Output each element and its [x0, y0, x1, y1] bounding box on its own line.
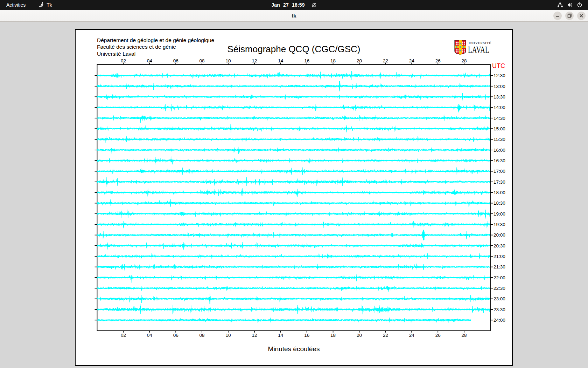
seismogram-trace-row — [97, 221, 490, 229]
x-tick-label-top: 04 — [147, 58, 153, 63]
seismogram-trace-row — [97, 242, 490, 250]
x-tick-label-top: 08 — [200, 58, 205, 63]
seismogram-trace-row — [97, 124, 490, 133]
utc-time-label: 23:30 — [493, 307, 505, 312]
x-tick-label-bottom: 20 — [357, 333, 362, 338]
seismogram-trace-row — [97, 253, 490, 259]
seismogram-trace-row — [97, 177, 490, 187]
x-tick-label-bottom: 24 — [409, 333, 415, 338]
plot-border — [97, 64, 491, 331]
close-icon — [579, 14, 583, 18]
x-tick-label-bottom: 18 — [330, 333, 336, 338]
tk-window-content: 0202040406060808101012121414161618182020… — [0, 22, 588, 368]
seismogram-trace-row — [97, 210, 490, 219]
utc-time-label: 16:00 — [493, 148, 505, 153]
utc-time-label: 18:30 — [493, 200, 505, 206]
x-tick-label-top: 12 — [252, 58, 257, 63]
utc-time-label: 22:00 — [493, 275, 505, 280]
utc-time-label: 18:00 — [493, 190, 505, 195]
seismogram-trace-row — [97, 230, 490, 240]
utc-time-label: 19:00 — [493, 211, 505, 217]
utc-time-label: 20:30 — [493, 243, 505, 248]
utc-time-label: 13:00 — [493, 84, 505, 89]
seismogram-plot: 0202040406060808101012121414161618182020… — [76, 30, 512, 365]
x-tick-label-bottom: 10 — [225, 333, 231, 338]
utc-time-label: 21:00 — [493, 254, 505, 259]
x-tick-label-top: 06 — [173, 58, 178, 63]
utc-time-label: 24:00 — [493, 318, 505, 323]
x-tick-label-top: 28 — [462, 58, 467, 63]
universite-laval-logo: UNIVERSITÉ LAVAL — [454, 39, 500, 57]
utc-time-label: 21:30 — [493, 264, 505, 270]
x-tick-label-top: 18 — [330, 58, 336, 63]
x-tick-label-bottom: 12 — [252, 333, 257, 338]
seismogram-trace-row — [97, 147, 490, 154]
utc-time-label: 20:00 — [493, 232, 505, 238]
x-tick-label-bottom: 22 — [383, 333, 388, 338]
utc-time-label: 17:00 — [493, 169, 505, 174]
utc-time-label: 15:30 — [493, 137, 505, 142]
x-tick-label-bottom: 26 — [435, 333, 441, 338]
address-line-1: Département de géologie et de génie géol… — [97, 37, 214, 43]
gnome-top-bar: Activities Tk Jan 27 18:59 — [0, 0, 588, 10]
utc-time-label: 15:00 — [493, 126, 505, 131]
x-tick-label-top: 26 — [435, 58, 441, 63]
seismogram-trace-row — [97, 156, 490, 165]
seismogram-trace-row — [97, 104, 490, 112]
x-tick-label-bottom: 28 — [462, 333, 467, 338]
seismogram-trace-row — [97, 294, 490, 304]
seismograph-canvas: 0202040406060808101012121414161618182020… — [75, 29, 513, 366]
window-title: tk — [0, 10, 588, 21]
power-icon — [577, 2, 582, 8]
chart-title: Séismographe QCQ (CGC/GSC) — [76, 44, 512, 55]
utc-time-label: 22:30 — [493, 286, 505, 291]
restore-icon — [567, 13, 572, 18]
volume-icon — [567, 2, 573, 8]
window-title-bar[interactable]: tk — [0, 10, 588, 22]
close-button[interactable] — [577, 12, 586, 20]
utc-time-label: 12:30 — [493, 73, 505, 78]
utc-time-label: 14:30 — [493, 116, 505, 121]
x-tick-label-top: 22 — [383, 58, 388, 63]
x-tick-label-top: 20 — [357, 58, 362, 63]
utc-time-label: 17:30 — [493, 179, 505, 185]
utc-axis-label: UTC — [492, 62, 505, 70]
utc-time-label: 13:30 — [493, 94, 505, 100]
seismogram-trace-row — [97, 199, 490, 207]
seismogram-trace-row — [97, 114, 490, 123]
x-tick-label-bottom: 02 — [121, 333, 126, 338]
system-status-area[interactable] — [557, 0, 588, 10]
minimize-icon — [555, 14, 560, 18]
x-tick-label-top: 14 — [278, 58, 284, 63]
seismogram-trace-row — [97, 71, 490, 80]
x-tick-label-top: 16 — [304, 58, 309, 63]
utc-time-label: 19:30 — [493, 222, 505, 227]
x-tick-label-bottom: 06 — [173, 333, 178, 338]
seismogram-trace-row — [97, 136, 490, 143]
seismogram-trace-row — [97, 167, 490, 175]
seismogram-trace-row — [97, 188, 490, 197]
seismogram-trace-row — [97, 274, 490, 282]
x-tick-label-top: 10 — [225, 58, 231, 63]
seismogram-trace-row — [97, 286, 490, 292]
x-tick-label-top: 24 — [409, 58, 415, 63]
seismogram-trace-row — [97, 318, 471, 323]
clock-label[interactable]: Jan 27 18:59 — [271, 2, 305, 8]
seismogram-trace-row — [97, 81, 490, 91]
x-tick-label-top: 02 — [121, 58, 126, 63]
seismogram-trace-row — [97, 93, 490, 101]
utc-time-label: 23:00 — [493, 296, 505, 301]
utc-time-label: 14:00 — [493, 105, 505, 110]
seismogram-trace-row — [97, 264, 490, 270]
restore-button[interactable] — [565, 12, 574, 20]
x-tick-label-bottom: 04 — [147, 333, 153, 338]
x-tick-label-bottom: 08 — [200, 333, 205, 338]
x-tick-label-bottom: 16 — [304, 333, 309, 338]
x-axis-title: Minutes écoulées — [76, 345, 512, 353]
network-wired-icon — [557, 2, 563, 8]
notifications-off-icon — [311, 2, 317, 8]
minimize-button[interactable] — [553, 12, 562, 20]
logo-laval-text: LAVAL — [468, 45, 489, 55]
utc-time-label: 16:30 — [493, 158, 505, 163]
x-tick-label-bottom: 14 — [278, 333, 284, 338]
